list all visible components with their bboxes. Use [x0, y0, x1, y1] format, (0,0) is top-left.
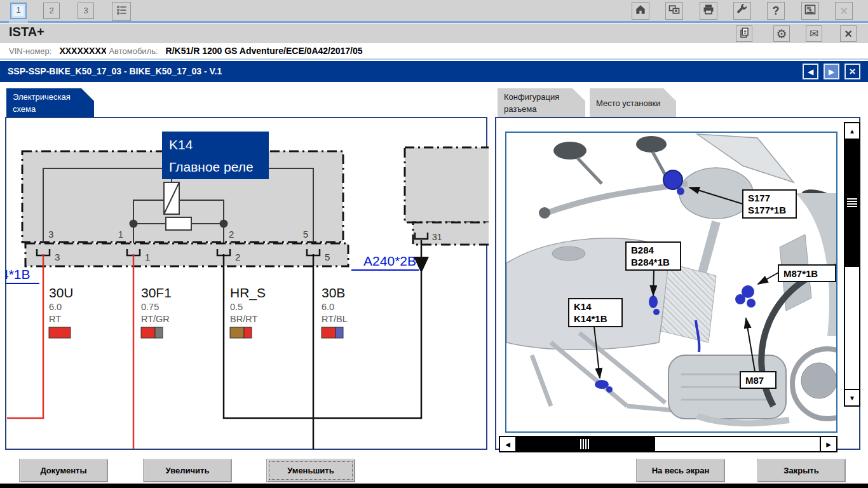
- copy-document-button[interactable]: [736, 25, 752, 42]
- workspace-tab-2[interactable]: 2: [43, 3, 60, 19]
- down-icon: ▼: [849, 395, 855, 402]
- tab-label-line1: Конфигурация: [504, 92, 579, 104]
- callout-m87[interactable]: M87: [740, 372, 776, 388]
- vehicle-info-bar: VIN-номер: XXXXXXXX Автомобиль: R/K51/R …: [0, 43, 868, 60]
- left-icon: ◀: [505, 441, 510, 448]
- wire-label-30u: 30U 6.0 RT: [49, 285, 74, 338]
- callout-line2: K14*1B: [574, 313, 607, 324]
- adjacent-connector-box: [413, 222, 489, 245]
- wire-gauge: 6.0: [49, 302, 62, 312]
- fullscreen-button[interactable]: На весь экран: [636, 459, 725, 482]
- horizontal-scroll-thumb[interactable]: [517, 437, 655, 451]
- horizontal-scrollbar[interactable]: ◀ ▶: [499, 436, 837, 452]
- documents-button[interactable]: Документы: [19, 459, 108, 482]
- hitlist-button[interactable]: [112, 2, 131, 21]
- scroll-down-button[interactable]: ▼: [845, 389, 859, 405]
- service-button[interactable]: [733, 2, 751, 20]
- print-button[interactable]: [700, 2, 717, 20]
- component-id: K14: [169, 137, 193, 152]
- tab-wiring-diagram[interactable]: Электрическая схема: [6, 88, 94, 118]
- active-tab-highlight: [9, 21, 28, 23]
- close-icon: ×: [844, 27, 852, 40]
- scroll-left-button[interactable]: ◀: [500, 437, 517, 451]
- scroll-up-button[interactable]: ▲: [845, 123, 859, 140]
- callout-s177[interactable]: S177 S177*1B: [743, 190, 796, 218]
- close-app-button[interactable]: ×: [840, 25, 857, 42]
- color-swatch: [336, 327, 343, 338]
- vertical-scrollbar[interactable]: ▲ ▼: [844, 122, 860, 407]
- tab-label-line1: Электрическая: [13, 92, 88, 104]
- list-icon: [115, 4, 128, 19]
- callout-m87-1b[interactable]: M87*1B: [778, 265, 836, 281]
- connector-pin: 2: [235, 252, 240, 262]
- windows-button[interactable]: [665, 2, 683, 20]
- close-button[interactable]: Закрыть: [757, 459, 846, 482]
- wiring-diagram: 3 1 2 5 K14 Главное реле 3 1 2 5 31 A240…: [6, 118, 489, 451]
- document-title: SSP-SSP-BIKE_K50_17_03 - BIKE_K50_17_03 …: [8, 66, 222, 76]
- color-swatch: [155, 327, 163, 338]
- ground-pin: 31: [432, 232, 442, 242]
- tab-connector-configuration[interactable]: Конфигурация разъема: [498, 88, 585, 118]
- zoom-in-button[interactable]: Увеличить: [143, 459, 232, 482]
- circuit-name: 30F1: [141, 285, 172, 300]
- callout-line1: S177: [748, 193, 770, 203]
- callout-line1: M87*1B: [783, 268, 818, 279]
- mail-icon: ✉: [810, 29, 818, 39]
- left-connector-link[interactable]: 4*1B: [6, 267, 31, 281]
- connector-pin: 1: [145, 252, 150, 262]
- printer-icon: [702, 3, 715, 18]
- connector-pin: 3: [55, 252, 60, 262]
- wire-color-code: RT/BL: [322, 314, 348, 324]
- wire-label-30f1: 30F1 0.75 RT/GR: [141, 285, 172, 338]
- connector-strip-box: [25, 243, 348, 266]
- wire-gauge: 0.75: [141, 302, 159, 312]
- dock-icon: [804, 3, 817, 18]
- inner-pin: 3: [48, 229, 53, 240]
- wrench-icon: [736, 3, 749, 18]
- tab-installation-location[interactable]: Место установки: [590, 88, 676, 118]
- close-icon: ×: [840, 4, 848, 17]
- workspace-tab-1[interactable]: 1: [10, 3, 27, 19]
- vin-label: VIN-номер:: [9, 46, 51, 56]
- zoom-out-button[interactable]: Уменьшить: [266, 459, 355, 482]
- installation-location-panel: S177 S177*1B B284 B284*1B M87*1B K14 K14…: [495, 117, 860, 450]
- inner-pin: 2: [229, 229, 234, 240]
- help-icon: ?: [773, 5, 780, 17]
- mail-button[interactable]: ✉: [806, 25, 822, 42]
- settings-button[interactable]: ⚙: [773, 25, 790, 42]
- callout-line2: S177*1B: [748, 205, 786, 215]
- circuit-name: HR_S: [230, 285, 266, 301]
- scroll-right-button[interactable]: ▶: [820, 437, 836, 451]
- location-image-frame[interactable]: S177 S177*1B B284 B284*1B M87*1B K14 K14…: [505, 132, 837, 433]
- close-workspace-button: ×: [835, 2, 853, 20]
- inner-pin: 5: [303, 229, 308, 240]
- vin-value: XXXXXXXX: [59, 46, 106, 56]
- callout-k14[interactable]: K14 K14*1B: [569, 299, 622, 327]
- next-document-button[interactable]: ▶: [824, 64, 839, 79]
- color-swatch: [244, 327, 252, 338]
- motorcycle-location-image: S177 S177*1B B284 B284*1B M87*1B K14 K14…: [506, 133, 837, 433]
- close-document-button[interactable]: ×: [844, 64, 860, 79]
- connector-link[interactable]: A240*2B: [363, 254, 416, 268]
- wire-color-code: BR/RT: [230, 314, 257, 324]
- wire-gauge: 6.0: [322, 302, 334, 312]
- prev-icon: ◀: [808, 67, 813, 76]
- wiring-diagram-panel[interactable]: 3 1 2 5 K14 Главное реле 3 1 2 5 31 A240…: [5, 117, 487, 450]
- workspace-tab-3[interactable]: 3: [78, 3, 94, 19]
- adjacent-component-box: [405, 147, 489, 222]
- vertical-scroll-track[interactable]: [845, 267, 859, 389]
- inner-pin: 1: [118, 229, 123, 240]
- connector-pin: 5: [325, 252, 330, 262]
- relay-contact-symbol: [166, 217, 191, 230]
- vertical-scroll-thumb[interactable]: [845, 140, 859, 267]
- horizontal-scroll-track[interactable]: [655, 437, 820, 451]
- home-button[interactable]: [632, 2, 649, 20]
- gear-icon: ⚙: [776, 28, 787, 40]
- callout-b284[interactable]: B284 B284*1B: [626, 242, 681, 270]
- help-button[interactable]: ?: [767, 2, 785, 20]
- callout-line1: B284: [631, 245, 654, 255]
- callout-line1: M87: [745, 375, 764, 386]
- dock-button[interactable]: [801, 2, 819, 20]
- prev-document-button[interactable]: ◀: [803, 64, 818, 79]
- color-swatch: [230, 327, 244, 338]
